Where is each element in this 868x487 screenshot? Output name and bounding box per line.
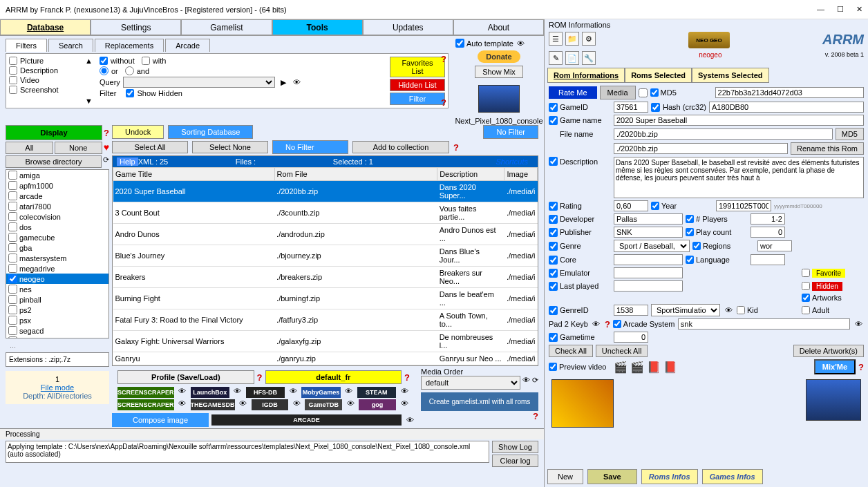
eye-icon[interactable]: 👁 [404, 416, 415, 424]
chk-with[interactable] [142, 57, 150, 65]
help-icon[interactable]: ? [104, 128, 109, 138]
gameid-field[interactable] [614, 102, 648, 113]
chk-showhidden[interactable] [126, 89, 134, 97]
scraper-ss-mt[interactable]: SCREENSCRAPER [117, 399, 174, 410]
help-icon[interactable]: ? [533, 411, 538, 421]
scraper-arcade[interactable]: ARCADE [211, 414, 402, 426]
md5-field[interactable] [715, 87, 864, 98]
eye-icon[interactable]: 👁 [177, 399, 188, 410]
chk-gametime[interactable] [549, 333, 558, 342]
core-field[interactable] [614, 254, 683, 265]
chk-lang[interactable] [686, 256, 694, 264]
chk-emu[interactable] [549, 269, 558, 278]
table-row[interactable]: Andro Dunos./androdun.zipAndro Dunos est… [113, 224, 538, 245]
query-select[interactable] [123, 77, 275, 88]
rating-field[interactable] [614, 200, 648, 211]
table-row[interactable]: Fatal Fury 3: Road to the Final Victory.… [113, 309, 538, 331]
system-item[interactable]: pinball [6, 294, 108, 305]
system-item[interactable]: colecovision [6, 211, 108, 222]
tab-gamelist[interactable]: Gamelist [181, 19, 272, 35]
chk-regions[interactable] [692, 242, 701, 250]
undock-button[interactable]: Undock [112, 125, 164, 139]
showlog-button[interactable]: Show Log [492, 441, 538, 453]
chk-without[interactable] [100, 57, 108, 65]
developer-field[interactable] [614, 213, 683, 225]
subtab-filters[interactable]: Filters [6, 39, 47, 52]
tab-database[interactable]: Database [0, 19, 91, 35]
refresh-icon[interactable]: ⟳ [532, 376, 538, 390]
media-select[interactable]: default [421, 376, 520, 390]
genreid-select[interactable]: SportSimulation [651, 304, 720, 316]
scraper-gametdb[interactable]: GameTDB [305, 399, 342, 410]
chk-dev[interactable] [549, 215, 558, 224]
nofilter2-button[interactable]: No Filter [272, 140, 348, 154]
tab-about[interactable]: About [453, 19, 544, 35]
md5-button[interactable]: MD5 [836, 128, 864, 140]
eye-icon[interactable]: 👁 [516, 39, 527, 48]
chk-playcount[interactable] [686, 228, 694, 236]
tool-icon[interactable]: 🔧 [582, 51, 596, 65]
collapse-icon[interactable]: ▼ [85, 97, 93, 105]
subtab-replacements[interactable]: Replacements [95, 39, 164, 52]
eye-icon[interactable]: 👁 [591, 320, 602, 328]
rate-button[interactable]: Rate Me [549, 86, 597, 99]
help-icon[interactable]: ? [453, 142, 459, 153]
help-icon[interactable]: ? [605, 319, 610, 330]
clearlog-button[interactable]: Clear log [492, 455, 538, 467]
rominfo-button[interactable]: Roms Infos [641, 469, 698, 484]
eye-icon[interactable]: 👁 [291, 399, 302, 410]
table-row[interactable]: Burning Fight./burningf.zipDans le beat'… [113, 288, 538, 309]
sorting-button[interactable]: Sorting Database [168, 125, 253, 139]
favorites-button[interactable]: Favorites List [390, 57, 445, 77]
profile-save[interactable]: Profile (Save/Load) [117, 370, 254, 384]
table-row[interactable]: 2020 Super Baseball./2020bb.zipDans 2020… [113, 181, 538, 202]
close-button[interactable]: ✕ [856, 5, 862, 14]
chk-picture[interactable] [9, 57, 17, 65]
eye-icon[interactable]: 👁 [399, 387, 410, 398]
chk-genreid[interactable] [549, 306, 558, 315]
chk-kid[interactable] [737, 306, 745, 314]
rename-button[interactable]: Rename this Rom [791, 142, 864, 155]
help-link[interactable]: Help [117, 157, 138, 166]
eye-icon[interactable]: 👁 [232, 387, 243, 398]
minimize-button[interactable]: — [817, 5, 824, 14]
video-add-icon[interactable]: 🎬 [630, 361, 644, 374]
chk-arcadesys[interactable] [613, 320, 621, 328]
system-item[interactable]: dos [6, 222, 108, 232]
chk-preview[interactable] [549, 363, 557, 371]
radio-or[interactable] [100, 66, 108, 75]
table-row[interactable]: Ganryu./ganryu.zipGanryu sur Neo ..../me… [113, 352, 538, 365]
tab-tools[interactable]: Tools [272, 19, 363, 35]
gametime-field[interactable] [614, 332, 648, 343]
scraper-launchbox[interactable]: LaunchBox [191, 387, 229, 398]
eye-icon[interactable]: 👁 [287, 387, 299, 398]
system-item[interactable]: apfm1000 [6, 180, 108, 191]
chk-md5[interactable] [650, 88, 659, 97]
profile-default[interactable]: default_fr [265, 370, 402, 384]
save-button[interactable]: Save [587, 469, 637, 484]
table-row[interactable]: Galaxy Fight: Universal Warriors./galaxy… [113, 331, 538, 352]
video-icon[interactable]: 🎬 [614, 361, 628, 374]
system-item[interactable]: ps2 [6, 305, 108, 315]
hidden-button[interactable]: Hidden List [390, 79, 445, 91]
rtab-systemsselected[interactable]: Systems Selected [692, 68, 769, 83]
eye-icon[interactable]: 👁 [177, 387, 188, 398]
mixme-button[interactable]: Mix'Me [814, 359, 856, 374]
chk-media[interactable] [639, 88, 648, 97]
system-item[interactable]: amiga [6, 170, 108, 180]
chk-genre[interactable] [549, 242, 558, 251]
chk-year[interactable] [651, 202, 659, 210]
book-icon[interactable]: 📕 [647, 361, 661, 374]
help-icon[interactable]: ? [257, 372, 263, 383]
donate-button[interactable]: Donate [478, 50, 520, 63]
chk-favorite[interactable] [802, 269, 810, 277]
genre-select[interactable]: Sport / Baseball, S [614, 240, 690, 252]
hash-field[interactable] [709, 102, 864, 113]
table-row[interactable]: Breakers./breakers.zipBreakers sur Neo..… [113, 267, 538, 288]
help-icon[interactable]: ? [441, 97, 446, 108]
deleteartwork-button[interactable]: Delete Artwork(s) [793, 345, 864, 357]
regions-field[interactable] [757, 240, 792, 251]
genreid-field[interactable] [614, 305, 648, 316]
scraper-gog[interactable]: gog [359, 399, 396, 410]
chk-desc[interactable] [549, 157, 558, 166]
